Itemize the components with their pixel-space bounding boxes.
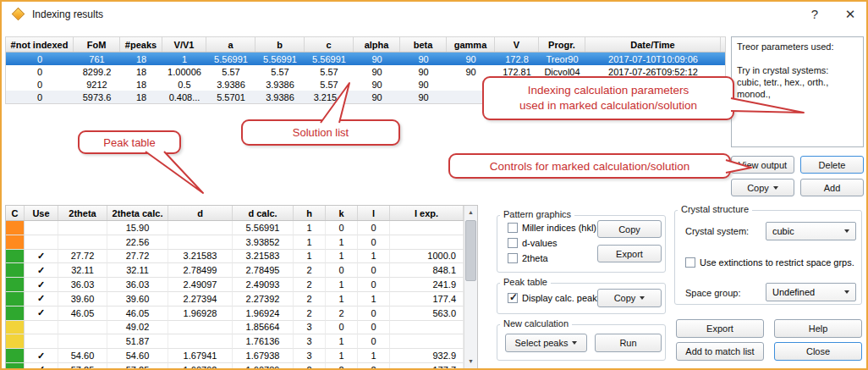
peak-table-row[interactable]: ✓ 46.05 46.05 1.96928 1.96924 2 2 0 563.…	[6, 306, 477, 321]
peak-column-header[interactable]: d	[168, 206, 233, 220]
peak-k-cell: 0	[326, 263, 358, 278]
peak-use-checkbox[interactable]: ✓	[25, 292, 58, 306]
run-button[interactable]: Run	[595, 334, 662, 352]
scroll-up-icon[interactable]: ▲	[464, 206, 477, 219]
solution-column-header[interactable]: c	[305, 37, 354, 52]
peak-use-checkbox[interactable]	[25, 235, 58, 250]
solution-column-header[interactable]: V/V1	[162, 37, 206, 52]
cell-not-indexed: 0	[6, 78, 74, 91]
crystal-system-select[interactable]: cubic	[766, 222, 856, 240]
peak-use-checkbox[interactable]: ✓	[25, 363, 58, 368]
checkbox-unchecked[interactable]	[685, 257, 695, 268]
peak-column-header[interactable]: l	[358, 206, 390, 220]
peak-h-cell: 3	[294, 349, 326, 363]
peak-use-checkbox[interactable]	[25, 334, 58, 349]
peak-2theta-calc-cell: 46.05	[107, 306, 168, 321]
peak-table-row[interactable]: 22.56 3.93852 1 1 0	[6, 235, 477, 250]
peak-table-row[interactable]: ✓ 57.25 57.25 1.60792 1.60789 2 2 2 177.…	[6, 363, 477, 368]
pattern-copy-button[interactable]: Copy	[597, 220, 662, 238]
peak-intensity-cell	[390, 221, 464, 235]
solution-column-header[interactable]: Progr.	[539, 37, 585, 52]
pattern-checkbox-row[interactable]: 2theta	[508, 252, 596, 264]
window-help-button[interactable]: ?	[805, 6, 824, 23]
cell-fom: 8299.2	[74, 65, 120, 78]
delete-button[interactable]: Delete	[800, 156, 864, 174]
checkbox-unchecked[interactable]	[508, 253, 518, 263]
peak-column-header[interactable]: 2theta calc.	[107, 206, 168, 220]
solution-column-header[interactable]: Date/Time	[585, 37, 721, 52]
add-button[interactable]: Add	[800, 179, 864, 196]
callout-controls-text: Controls for marked calculation/solution	[490, 160, 689, 173]
peak-table-row[interactable]: ✓ 39.60 39.60 2.27394 2.27392 2 1 1 177.…	[6, 292, 477, 306]
extinctions-checkbox-row[interactable]: Use extinctions to restrict space grps.	[685, 257, 854, 268]
peak-table-row[interactable]: ✓ 27.72 27.72 3.21583 3.21583 1 1 1 1000…	[6, 250, 477, 264]
solution-column-header[interactable]: #not indexed	[6, 37, 74, 52]
peak-d-cell: 2.49097	[168, 278, 233, 292]
solution-column-header[interactable]: alpha	[354, 37, 400, 52]
pattern-export-button[interactable]: Export	[597, 245, 662, 262]
scroll-down-icon[interactable]: ▼	[464, 355, 477, 368]
peak-intensity-cell: 1000.0	[390, 250, 464, 264]
peak-column-header[interactable]: k	[326, 206, 358, 220]
solution-column-header[interactable]: beta	[400, 37, 447, 52]
cell-vv1: 0.408...	[162, 91, 206, 103]
add-to-match-list-button[interactable]: Add to match list	[676, 342, 764, 361]
cell-a: 5.56991	[206, 52, 255, 65]
peak-l-cell: 0	[358, 321, 390, 335]
peak-intensity-cell	[390, 235, 464, 250]
copy-solution-button[interactable]: Copy	[731, 179, 794, 196]
select-peaks-button[interactable]: Select peaks	[505, 334, 587, 352]
checkbox-unchecked[interactable]	[508, 238, 518, 248]
peak-2theta-calc-cell: 39.60	[107, 292, 168, 306]
pattern-checkbox-row[interactable]: Miller indices (hkl)	[508, 222, 596, 234]
peak-table-row[interactable]: 49.02 1.85664 3 0 0	[6, 321, 477, 335]
window-close-button[interactable]: ✕	[841, 6, 860, 23]
solution-column-header[interactable]: V	[495, 37, 539, 52]
checkbox-checked[interactable]: ✓	[508, 293, 518, 303]
solution-column-header[interactable]: gamma	[447, 37, 495, 52]
peak-column-header[interactable]: C	[6, 206, 25, 220]
peak-table-scrollbar[interactable]: ▲ ▼	[464, 206, 477, 368]
check-icon: ✓	[509, 291, 518, 303]
peak-use-checkbox[interactable]: ✓	[25, 278, 58, 292]
peak-l-cell: 0	[358, 278, 390, 292]
peak-column-header[interactable]: d calc.	[233, 206, 294, 220]
solution-row[interactable]: 0 761 18 1 5.56991 5.56991 5.56991 90 90…	[6, 52, 725, 65]
checkbox-unchecked[interactable]	[508, 223, 518, 233]
pattern-graphics-title: Pattern graphics	[500, 209, 574, 219]
peak-d-cell	[168, 221, 233, 235]
peak-table-row[interactable]: 51.87 1.76136 3 1 0	[6, 334, 477, 349]
peak-column-header[interactable]: 2theta	[58, 206, 107, 220]
peak-table-row[interactable]: ✓ 36.03 36.03 2.49097 2.49093 2 1 0 241.…	[6, 278, 477, 292]
peak-table-row[interactable]: ✓ 54.60 54.60 1.67941 1.67938 3 1 1 932.…	[6, 349, 477, 363]
close-button[interactable]: Close	[774, 342, 862, 361]
solution-column-header[interactable]: FoM	[74, 37, 120, 52]
peak-color-cell	[6, 263, 25, 278]
peak-use-checkbox[interactable]	[25, 221, 58, 235]
display-calc-peaks-row[interactable]: ✓ Display calc. peaks	[508, 292, 602, 304]
peak-table-row[interactable]: 15.90 5.56991 1 0 0	[6, 221, 477, 235]
solution-column-header[interactable]: a	[206, 37, 255, 52]
peak-use-checkbox[interactable]	[25, 321, 58, 335]
peak-2theta-cell	[58, 334, 107, 349]
peak-intensity-cell: 241.9	[390, 278, 464, 292]
peak-color-cell	[6, 278, 25, 292]
peak-use-checkbox[interactable]: ✓	[25, 250, 58, 264]
peak-use-checkbox[interactable]: ✓	[25, 263, 58, 278]
cell-gamma: 90	[447, 52, 495, 65]
peak-use-checkbox[interactable]: ✓	[25, 306, 58, 321]
solution-column-header[interactable]: b	[255, 37, 305, 52]
peak-copy-button[interactable]: Copy	[597, 289, 662, 307]
pattern-checkbox-row[interactable]: d-values	[508, 237, 596, 249]
peak-column-header[interactable]: I exp.	[390, 206, 464, 220]
export-button[interactable]: Export	[676, 319, 764, 338]
space-group-select[interactable]: Undefined	[766, 283, 856, 301]
cell-b: 5.57	[255, 65, 305, 78]
solution-column-header[interactable]: #peaks	[120, 37, 162, 52]
peak-table-row[interactable]: ✓ 32.11 32.11 2.78499 2.78495 2 0 0 848.…	[6, 263, 477, 278]
scrollbar-thumb[interactable]	[465, 220, 476, 281]
peak-column-header[interactable]: Use	[25, 206, 58, 220]
peak-column-header[interactable]: h	[294, 206, 326, 220]
help-button[interactable]: Help	[774, 319, 862, 338]
peak-use-checkbox[interactable]: ✓	[25, 349, 58, 363]
